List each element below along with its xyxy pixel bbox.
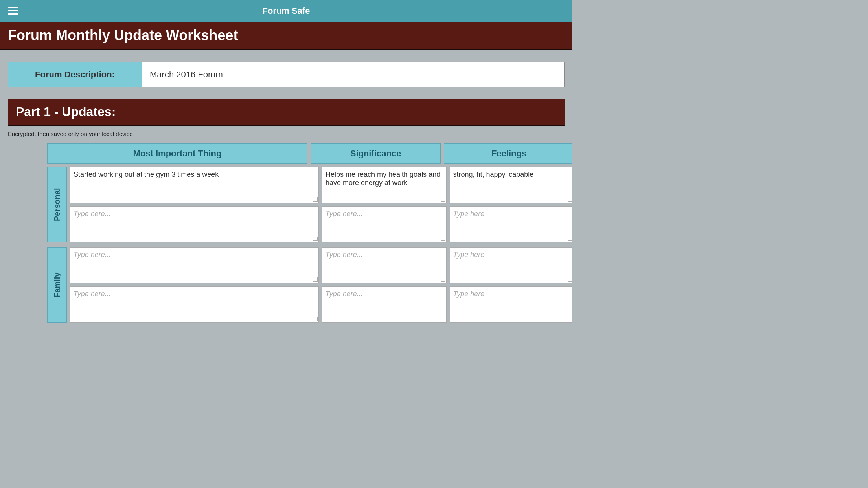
personal-row1-significance-cell: Helps me reach my health goals and have … xyxy=(322,167,447,203)
family-row2-significance-cell xyxy=(322,286,447,323)
personal-row1-mit-cell: Started working out at the gym 3 times a… xyxy=(70,167,319,203)
family-row1-feelings-input[interactable] xyxy=(453,251,571,280)
part1-heading: Part 1 - Updates: xyxy=(16,105,557,119)
family-row2-significance-input[interactable] xyxy=(326,290,443,319)
family-row2-feelings-cell xyxy=(450,286,573,323)
app-title: Forum Safe xyxy=(262,6,310,16)
family-row2-mit-input[interactable] xyxy=(74,290,315,319)
family-row1-mit-cell xyxy=(70,247,319,283)
personal-row2-mit-cell xyxy=(70,206,319,242)
family-section-group: Family xyxy=(47,247,572,323)
column-headers-row: Most Important Thing Significance Feelin… xyxy=(47,143,572,164)
personal-row2-significance-cell xyxy=(322,206,447,242)
family-row-1 xyxy=(70,247,572,283)
page-title: Forum Monthly Update Worksheet xyxy=(8,27,565,44)
forum-description-row: Forum Description: March 2016 Forum xyxy=(8,62,565,87)
family-row1-feelings-cell xyxy=(450,247,573,283)
hamburger-menu[interactable] xyxy=(8,7,18,15)
top-navigation: Forum Safe xyxy=(0,0,572,22)
personal-row1-feelings-input[interactable]: strong, fit, happy, capable xyxy=(453,171,571,200)
personal-row1-significance-input[interactable]: Helps me reach my health goals and have … xyxy=(326,171,443,200)
family-row-2 xyxy=(70,286,572,323)
personal-section-group: Personal Started working out at the gym … xyxy=(47,167,572,242)
personal-row2-significance-input[interactable] xyxy=(326,210,443,239)
family-row2-feelings-input[interactable] xyxy=(453,290,571,319)
main-content: Forum Description: March 2016 Forum Part… xyxy=(0,50,572,335)
personal-row1-feelings-cell: strong, fit, happy, capable xyxy=(450,167,573,203)
personal-row2-feelings-cell xyxy=(450,206,573,242)
forum-description-label: Forum Description: xyxy=(8,62,142,87)
part1-header-banner: Part 1 - Updates: xyxy=(8,99,565,126)
family-rows xyxy=(70,247,572,323)
personal-row2-feelings-input[interactable] xyxy=(453,210,571,239)
personal-rows: Started working out at the gym 3 times a… xyxy=(70,167,572,242)
family-row1-significance-cell xyxy=(322,247,447,283)
personal-row2-mit-input[interactable] xyxy=(74,210,315,239)
forum-description-value: March 2016 Forum xyxy=(142,62,564,87)
page-header-banner: Forum Monthly Update Worksheet xyxy=(0,22,572,50)
col-header-feelings: Feelings xyxy=(444,143,572,164)
family-row2-mit-cell xyxy=(70,286,319,323)
family-side-label: Family xyxy=(47,247,67,323)
personal-side-label: Personal xyxy=(47,167,67,242)
family-row1-mit-input[interactable] xyxy=(74,251,315,280)
col-header-mit: Most Important Thing xyxy=(47,143,307,164)
family-row1-significance-input[interactable] xyxy=(326,251,443,280)
col-header-significance: Significance xyxy=(311,143,441,164)
part1-subtitle: Encrypted, then saved only on your local… xyxy=(8,129,565,143)
personal-row-1: Started working out at the gym 3 times a… xyxy=(70,167,572,203)
personal-row-2 xyxy=(70,206,572,242)
worksheet-table: Most Important Thing Significance Feelin… xyxy=(47,143,572,323)
personal-row1-mit-input[interactable]: Started working out at the gym 3 times a… xyxy=(74,171,315,200)
